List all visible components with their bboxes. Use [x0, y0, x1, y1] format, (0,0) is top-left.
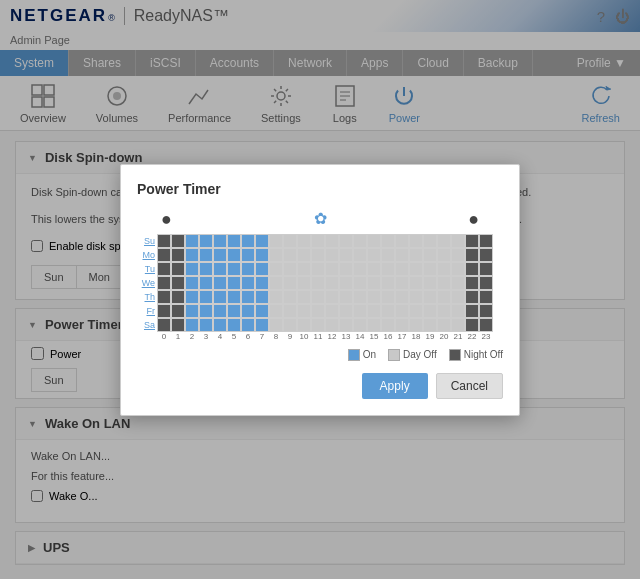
grid-cell[interactable]: [409, 248, 423, 262]
grid-cell[interactable]: [395, 290, 409, 304]
grid-cell[interactable]: [339, 304, 353, 318]
label-tu[interactable]: Tu: [137, 262, 155, 276]
grid-cell[interactable]: [185, 318, 199, 332]
grid-cell[interactable]: [255, 318, 269, 332]
grid-cell[interactable]: [465, 234, 479, 248]
grid-cell[interactable]: [437, 262, 451, 276]
grid-cell[interactable]: [409, 234, 423, 248]
label-sa[interactable]: Sa: [137, 318, 155, 332]
grid-cell[interactable]: [353, 234, 367, 248]
grid-cell[interactable]: [339, 318, 353, 332]
grid-cell[interactable]: [479, 304, 493, 318]
label-mo[interactable]: Mo: [137, 248, 155, 262]
grid-cell[interactable]: [241, 290, 255, 304]
grid-cell[interactable]: [395, 276, 409, 290]
grid-cell[interactable]: [339, 262, 353, 276]
grid-cell[interactable]: [325, 276, 339, 290]
grid-cell[interactable]: [213, 262, 227, 276]
grid-cell[interactable]: [255, 234, 269, 248]
grid-cell[interactable]: [241, 248, 255, 262]
grid-cell[interactable]: [269, 318, 283, 332]
grid-cell[interactable]: [437, 276, 451, 290]
grid-cell[interactable]: [395, 234, 409, 248]
grid-cell[interactable]: [423, 304, 437, 318]
grid-cell[interactable]: [157, 276, 171, 290]
grid-cell[interactable]: [381, 276, 395, 290]
grid-cell[interactable]: [381, 262, 395, 276]
grid-cell[interactable]: [171, 290, 185, 304]
grid-cell[interactable]: [227, 304, 241, 318]
grid-cell[interactable]: [213, 318, 227, 332]
grid-cell[interactable]: [255, 262, 269, 276]
grid-cell[interactable]: [465, 304, 479, 318]
grid-cell[interactable]: [269, 304, 283, 318]
grid-cell[interactable]: [395, 262, 409, 276]
grid-cell[interactable]: [241, 304, 255, 318]
grid-cell[interactable]: [213, 276, 227, 290]
grid-cell[interactable]: [325, 262, 339, 276]
grid-cell[interactable]: [381, 234, 395, 248]
grid-cell[interactable]: [255, 276, 269, 290]
grid-cell[interactable]: [325, 234, 339, 248]
grid-cell[interactable]: [227, 290, 241, 304]
grid-cell[interactable]: [381, 304, 395, 318]
grid-cell[interactable]: [213, 248, 227, 262]
grid-cell[interactable]: [409, 276, 423, 290]
grid-cell[interactable]: [423, 290, 437, 304]
grid-cell[interactable]: [171, 262, 185, 276]
grid-cell[interactable]: [227, 276, 241, 290]
grid-cell[interactable]: [269, 248, 283, 262]
grid-cell[interactable]: [283, 234, 297, 248]
grid-cell[interactable]: [199, 248, 213, 262]
grid-cell[interactable]: [451, 248, 465, 262]
grid-cell[interactable]: [157, 248, 171, 262]
grid-cell[interactable]: [437, 248, 451, 262]
grid-cell[interactable]: [157, 234, 171, 248]
grid-cell[interactable]: [451, 304, 465, 318]
grid-cell[interactable]: [409, 318, 423, 332]
grid-cell[interactable]: [185, 290, 199, 304]
grid-cell[interactable]: [367, 304, 381, 318]
grid-cell[interactable]: [269, 290, 283, 304]
apply-button[interactable]: Apply: [362, 373, 428, 399]
grid-cell[interactable]: [437, 290, 451, 304]
grid-cell[interactable]: [381, 318, 395, 332]
grid-cell[interactable]: [255, 248, 269, 262]
grid-cell[interactable]: [465, 248, 479, 262]
grid-cell[interactable]: [465, 318, 479, 332]
label-th[interactable]: Th: [137, 290, 155, 304]
grid-cell[interactable]: [227, 318, 241, 332]
grid-cell[interactable]: [185, 248, 199, 262]
grid-cell[interactable]: [283, 304, 297, 318]
grid-cell[interactable]: [283, 248, 297, 262]
grid-cell[interactable]: [465, 276, 479, 290]
grid-cell[interactable]: [353, 248, 367, 262]
grid-cell[interactable]: [339, 248, 353, 262]
grid-cell[interactable]: [395, 318, 409, 332]
grid-cell[interactable]: [479, 290, 493, 304]
grid-cell[interactable]: [437, 234, 451, 248]
grid-cell[interactable]: [157, 304, 171, 318]
grid-cell[interactable]: [241, 234, 255, 248]
grid-cell[interactable]: [353, 290, 367, 304]
grid-cell[interactable]: [283, 262, 297, 276]
grid-cell[interactable]: [255, 290, 269, 304]
grid-cell[interactable]: [339, 290, 353, 304]
grid-cell[interactable]: [157, 290, 171, 304]
grid-cell[interactable]: [465, 290, 479, 304]
grid-cell[interactable]: [311, 318, 325, 332]
grid-cell[interactable]: [423, 248, 437, 262]
timer-off-icon-left[interactable]: ●: [161, 209, 172, 230]
grid-cell[interactable]: [269, 262, 283, 276]
grid-cell[interactable]: [213, 234, 227, 248]
grid-cell[interactable]: [199, 318, 213, 332]
grid-cell[interactable]: [479, 262, 493, 276]
grid-cell[interactable]: [367, 276, 381, 290]
grid-cell[interactable]: [451, 276, 465, 290]
grid-cell[interactable]: [381, 248, 395, 262]
grid-cell[interactable]: [311, 276, 325, 290]
grid-cell[interactable]: [353, 318, 367, 332]
grid-cell[interactable]: [297, 290, 311, 304]
grid-cell[interactable]: [171, 318, 185, 332]
grid-cell[interactable]: [171, 304, 185, 318]
